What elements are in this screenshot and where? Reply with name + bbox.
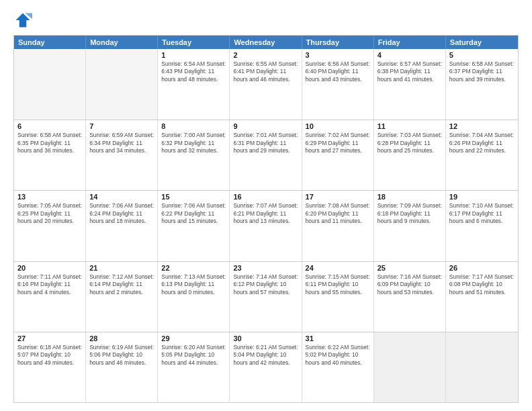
day-number: 3 <box>306 51 370 59</box>
day-info: Sunrise: 6:20 AM Sunset: 5:05 PM Dayligh… <box>161 344 226 367</box>
day-info: Sunrise: 6:55 AM Sunset: 6:41 PM Dayligh… <box>233 60 298 83</box>
calendar-week-1: 1Sunrise: 6:54 AM Sunset: 6:43 PM Daylig… <box>14 49 518 120</box>
day-info: Sunrise: 7:17 AM Sunset: 6:08 PM Dayligh… <box>449 273 515 296</box>
calendar-cell: 2Sunrise: 6:55 AM Sunset: 6:41 PM Daylig… <box>230 49 302 120</box>
day-number: 5 <box>449 51 515 59</box>
day-number: 28 <box>89 334 154 342</box>
day-number: 6 <box>17 122 82 130</box>
calendar-cell: 22Sunrise: 7:13 AM Sunset: 6:13 PM Dayli… <box>158 262 230 332</box>
calendar-cell: 25Sunrise: 7:16 AM Sunset: 6:09 PM Dayli… <box>374 262 446 332</box>
day-info: Sunrise: 7:15 AM Sunset: 6:11 PM Dayligh… <box>306 273 370 296</box>
calendar-cell: 29Sunrise: 6:20 AM Sunset: 5:05 PM Dayli… <box>158 332 230 402</box>
day-info: Sunrise: 6:59 AM Sunset: 6:34 PM Dayligh… <box>89 132 154 154</box>
day-number: 11 <box>378 122 442 130</box>
day-info: Sunrise: 6:21 AM Sunset: 5:04 PM Dayligh… <box>233 344 298 367</box>
day-info: Sunrise: 6:58 AM Sunset: 6:35 PM Dayligh… <box>17 132 82 154</box>
calendar-cell: 23Sunrise: 7:14 AM Sunset: 6:12 PM Dayli… <box>230 262 302 332</box>
logo <box>13 11 35 30</box>
day-info: Sunrise: 7:10 AM Sunset: 6:17 PM Dayligh… <box>449 202 515 225</box>
header-day-friday: Friday <box>374 36 446 49</box>
header <box>13 11 519 30</box>
calendar-header: SundayMondayTuesdayWednesdayThursdayFrid… <box>14 36 518 49</box>
calendar-cell: 21Sunrise: 7:12 AM Sunset: 6:14 PM Dayli… <box>86 262 158 332</box>
calendar-cell: 1Sunrise: 6:54 AM Sunset: 6:43 PM Daylig… <box>158 49 230 120</box>
day-info: Sunrise: 7:16 AM Sunset: 6:09 PM Dayligh… <box>378 273 442 296</box>
day-info: Sunrise: 7:04 AM Sunset: 6:26 PM Dayligh… <box>449 132 515 154</box>
day-number: 18 <box>378 193 442 201</box>
calendar-cell: 3Sunrise: 6:56 AM Sunset: 6:40 PM Daylig… <box>302 49 374 120</box>
calendar-cell: 10Sunrise: 7:02 AM Sunset: 6:29 PM Dayli… <box>302 120 374 190</box>
header-day-wednesday: Wednesday <box>230 36 302 49</box>
day-number: 24 <box>306 264 370 272</box>
calendar-week-4: 20Sunrise: 7:11 AM Sunset: 6:16 PM Dayli… <box>14 261 518 332</box>
calendar-cell: 6Sunrise: 6:58 AM Sunset: 6:35 PM Daylig… <box>14 120 86 190</box>
calendar-cell: 13Sunrise: 7:05 AM Sunset: 6:25 PM Dayli… <box>14 191 86 261</box>
day-info: Sunrise: 7:03 AM Sunset: 6:28 PM Dayligh… <box>378 132 442 154</box>
day-number: 2 <box>233 51 298 59</box>
day-number: 21 <box>89 264 154 272</box>
day-number: 4 <box>378 51 442 59</box>
logo-icon <box>13 11 32 30</box>
day-number: 19 <box>449 193 515 201</box>
day-number: 25 <box>378 264 442 272</box>
day-info: Sunrise: 7:02 AM Sunset: 6:29 PM Dayligh… <box>306 132 370 154</box>
calendar-cell: 31Sunrise: 6:22 AM Sunset: 5:02 PM Dayli… <box>302 332 374 402</box>
calendar-cell: 5Sunrise: 6:58 AM Sunset: 6:37 PM Daylig… <box>446 49 518 120</box>
calendar-cell: 27Sunrise: 6:18 AM Sunset: 5:07 PM Dayli… <box>14 332 86 402</box>
calendar-cell: 16Sunrise: 7:07 AM Sunset: 6:21 PM Dayli… <box>230 191 302 261</box>
day-number: 27 <box>17 334 82 342</box>
header-day-tuesday: Tuesday <box>158 36 230 49</box>
day-info: Sunrise: 7:01 AM Sunset: 6:31 PM Dayligh… <box>233 132 298 154</box>
calendar-cell: 9Sunrise: 7:01 AM Sunset: 6:31 PM Daylig… <box>230 120 302 190</box>
calendar-body: 1Sunrise: 6:54 AM Sunset: 6:43 PM Daylig… <box>14 49 518 402</box>
day-info: Sunrise: 7:05 AM Sunset: 6:25 PM Dayligh… <box>17 202 82 225</box>
header-day-sunday: Sunday <box>14 36 86 49</box>
day-number: 20 <box>17 264 82 272</box>
calendar-cell <box>86 49 158 120</box>
day-info: Sunrise: 7:06 AM Sunset: 6:24 PM Dayligh… <box>89 202 154 225</box>
day-number: 29 <box>161 334 226 342</box>
day-info: Sunrise: 7:12 AM Sunset: 6:14 PM Dayligh… <box>89 273 154 296</box>
day-info: Sunrise: 6:22 AM Sunset: 5:02 PM Dayligh… <box>306 344 370 367</box>
calendar-cell <box>14 49 86 120</box>
calendar-cell <box>374 332 446 402</box>
day-info: Sunrise: 6:18 AM Sunset: 5:07 PM Dayligh… <box>17 344 82 367</box>
day-info: Sunrise: 7:13 AM Sunset: 6:13 PM Dayligh… <box>161 273 226 296</box>
page: SundayMondayTuesdayWednesdayThursdayFrid… <box>0 0 532 411</box>
day-info: Sunrise: 6:58 AM Sunset: 6:37 PM Dayligh… <box>449 60 515 83</box>
day-number: 8 <box>161 122 226 130</box>
day-info: Sunrise: 6:54 AM Sunset: 6:43 PM Dayligh… <box>161 60 226 83</box>
day-number: 30 <box>233 334 298 342</box>
calendar-week-3: 13Sunrise: 7:05 AM Sunset: 6:25 PM Dayli… <box>14 190 518 261</box>
calendar-cell: 30Sunrise: 6:21 AM Sunset: 5:04 PM Dayli… <box>230 332 302 402</box>
day-number: 14 <box>89 193 154 201</box>
calendar-cell: 7Sunrise: 6:59 AM Sunset: 6:34 PM Daylig… <box>86 120 158 190</box>
header-day-monday: Monday <box>86 36 158 49</box>
calendar-cell <box>446 332 518 402</box>
calendar: SundayMondayTuesdayWednesdayThursdayFrid… <box>13 35 519 403</box>
day-number: 12 <box>449 122 515 130</box>
day-number: 23 <box>233 264 298 272</box>
day-number: 9 <box>233 122 298 130</box>
header-day-thursday: Thursday <box>302 36 374 49</box>
day-info: Sunrise: 7:06 AM Sunset: 6:22 PM Dayligh… <box>161 202 226 225</box>
day-info: Sunrise: 6:19 AM Sunset: 5:06 PM Dayligh… <box>89 344 154 367</box>
header-day-saturday: Saturday <box>446 36 518 49</box>
calendar-cell: 19Sunrise: 7:10 AM Sunset: 6:17 PM Dayli… <box>446 191 518 261</box>
day-info: Sunrise: 7:07 AM Sunset: 6:21 PM Dayligh… <box>233 202 298 225</box>
calendar-cell: 20Sunrise: 7:11 AM Sunset: 6:16 PM Dayli… <box>14 262 86 332</box>
day-number: 10 <box>306 122 370 130</box>
day-number: 16 <box>233 193 298 201</box>
day-info: Sunrise: 6:56 AM Sunset: 6:40 PM Dayligh… <box>306 60 370 83</box>
day-number: 7 <box>89 122 154 130</box>
calendar-week-2: 6Sunrise: 6:58 AM Sunset: 6:35 PM Daylig… <box>14 120 518 190</box>
calendar-cell: 4Sunrise: 6:57 AM Sunset: 6:38 PM Daylig… <box>374 49 446 120</box>
calendar-cell: 24Sunrise: 7:15 AM Sunset: 6:11 PM Dayli… <box>302 262 374 332</box>
calendar-cell: 11Sunrise: 7:03 AM Sunset: 6:28 PM Dayli… <box>374 120 446 190</box>
day-info: Sunrise: 7:09 AM Sunset: 6:18 PM Dayligh… <box>378 202 442 225</box>
day-number: 13 <box>17 193 82 201</box>
calendar-cell: 14Sunrise: 7:06 AM Sunset: 6:24 PM Dayli… <box>86 191 158 261</box>
day-info: Sunrise: 7:08 AM Sunset: 6:20 PM Dayligh… <box>306 202 370 225</box>
calendar-cell: 15Sunrise: 7:06 AM Sunset: 6:22 PM Dayli… <box>158 191 230 261</box>
calendar-cell: 8Sunrise: 7:00 AM Sunset: 6:32 PM Daylig… <box>158 120 230 190</box>
